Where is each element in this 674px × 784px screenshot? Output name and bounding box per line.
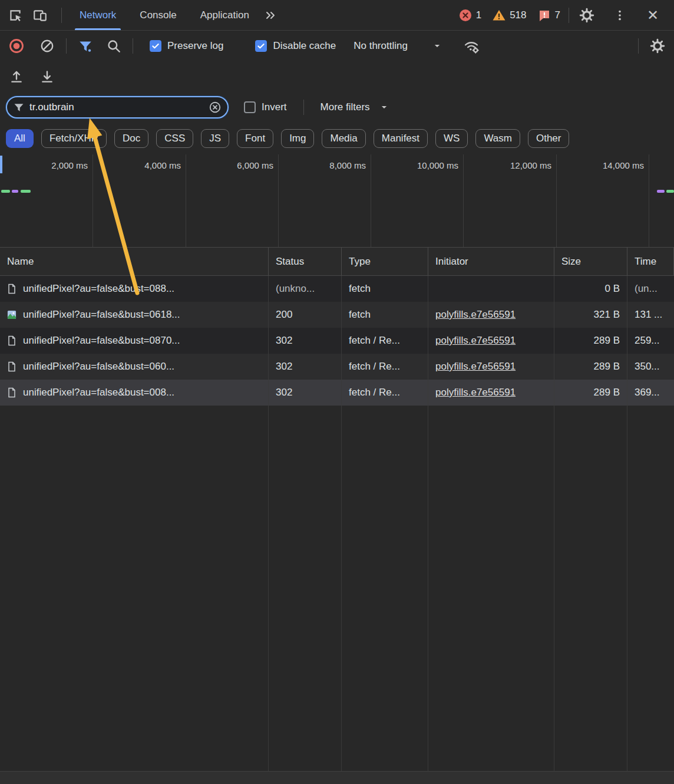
search-icon[interactable] [104, 37, 123, 55]
request-size: 321 B [554, 302, 627, 328]
chip-doc[interactable]: Doc [114, 129, 148, 148]
column-header-initiator[interactable]: Initiator [428, 248, 554, 275]
filter-toggle-icon[interactable] [76, 37, 95, 55]
divider [66, 38, 67, 54]
timeline-scroll-indicator [0, 156, 2, 173]
request-status: 200 [269, 302, 342, 328]
import-har-icon[interactable] [7, 67, 26, 86]
request-row[interactable]: unifiedPixel?au=false&bust=0618... 200 f… [0, 302, 674, 328]
column-header-type[interactable]: Type [342, 248, 428, 275]
request-type: fetch / Re... [342, 354, 428, 380]
document-icon [6, 387, 18, 398]
timeline-tick-label: 14,000 ms [603, 160, 649, 170]
chip-all[interactable]: All [6, 129, 34, 148]
chip-other[interactable]: Other [528, 129, 570, 148]
requests-table-header: Name Status Type Initiator Size Time [0, 248, 674, 276]
chip-fetch-xhr[interactable]: Fetch/XHR [41, 129, 107, 148]
inspect-icon[interactable] [6, 6, 25, 25]
request-initiator-link[interactable]: polyfills.e7e56591 [435, 309, 516, 321]
devtools-tabbar: Network Console Application 1 518 [0, 0, 674, 31]
settings-gear-icon[interactable] [577, 6, 596, 25]
issues-badge[interactable]: 7 [534, 8, 564, 22]
request-size: 0 B [554, 276, 627, 302]
request-type: fetch [342, 276, 428, 302]
record-network-log-button[interactable] [7, 37, 26, 55]
error-badge[interactable]: 1 [455, 8, 485, 22]
close-icon[interactable]: ✕ [643, 6, 662, 25]
document-icon [6, 283, 18, 295]
request-type: fetch [342, 302, 428, 328]
request-type: fetch / Re... [342, 380, 428, 406]
warning-icon [492, 8, 506, 22]
error-count: 1 [476, 9, 481, 21]
tab-network[interactable]: Network [68, 0, 128, 30]
throttling-value: No throttling [353, 40, 408, 52]
network-conditions-icon[interactable] [462, 37, 481, 55]
timeline-tick-label: 4,000 ms [144, 160, 186, 170]
request-name: unifiedPixel?au=false&bust=0618... [23, 309, 180, 321]
disable-cache-checkbox[interactable]: Disable cache [255, 40, 336, 52]
request-row[interactable]: unifiedPixel?au=false&bust=088... (unkno… [0, 276, 674, 302]
column-header-status[interactable]: Status [269, 248, 342, 275]
network-filter-input[interactable] [29, 101, 204, 113]
network-overview-timeline[interactable]: 2,000 ms 4,000 ms 6,000 ms 8,000 ms 10,0… [0, 154, 674, 248]
divider [638, 38, 639, 54]
request-time: 369... [627, 380, 674, 406]
column-header-time[interactable]: Time [627, 248, 674, 275]
chevron-down-icon [431, 40, 443, 52]
request-row[interactable]: unifiedPixel?au=false&bust=060... 302 fe… [0, 354, 674, 380]
request-status: 302 [269, 380, 342, 406]
tab-application[interactable]: Application [189, 0, 261, 30]
kebab-menu-icon[interactable] [610, 6, 629, 25]
export-har-icon[interactable] [38, 67, 57, 86]
request-time: 350... [627, 354, 674, 380]
tab-console[interactable]: Console [128, 0, 188, 30]
network-settings-gear-icon[interactable] [648, 37, 667, 55]
gridline [371, 154, 371, 247]
column-header-name[interactable]: Name [0, 248, 269, 275]
gridline [649, 154, 649, 247]
throttling-select[interactable]: No throttling [353, 40, 443, 52]
request-row[interactable]: unifiedPixel?au=false&bust=008... 302 fe… [0, 380, 674, 406]
request-initiator-link[interactable]: polyfills.e7e56591 [435, 335, 516, 347]
chip-media[interactable]: Media [322, 129, 365, 148]
chip-manifest[interactable]: Manifest [374, 129, 428, 148]
timeline-tick-label: 10,000 ms [417, 160, 463, 170]
image-icon [6, 309, 18, 321]
chip-wasm[interactable]: Wasm [475, 129, 520, 148]
clear-filter-icon[interactable] [209, 101, 222, 114]
invert-checkbox[interactable]: Invert [244, 101, 287, 113]
funnel-icon [13, 101, 25, 113]
chip-img[interactable]: Img [281, 129, 314, 148]
gridline [556, 154, 557, 247]
preserve-log-checkbox[interactable]: Preserve log [150, 40, 223, 52]
request-row[interactable]: unifiedPixel?au=false&bust=0870... 302 f… [0, 328, 674, 354]
request-tick [21, 190, 31, 193]
request-time: 131 ... [627, 302, 674, 328]
timeline-tick-label: 6,000 ms [237, 160, 278, 170]
request-size: 289 B [554, 380, 627, 406]
request-name: unifiedPixel?au=false&bust=088... [23, 283, 174, 295]
chip-font[interactable]: Font [237, 129, 273, 148]
divider [569, 8, 569, 23]
column-header-size[interactable]: Size [554, 248, 627, 275]
clear-network-log-button[interactable] [38, 37, 57, 55]
request-time: 259... [627, 328, 674, 354]
request-initiator-link[interactable]: polyfills.e7e56591 [435, 387, 516, 398]
more-filters-label: More filters [321, 101, 370, 113]
request-initiator-link[interactable]: polyfills.e7e56591 [435, 361, 516, 373]
device-toolbar-icon[interactable] [31, 6, 49, 25]
chip-ws[interactable]: WS [435, 129, 468, 148]
more-tabs-icon[interactable] [261, 6, 280, 25]
request-time: (un... [627, 276, 674, 302]
chip-css[interactable]: CSS [156, 129, 193, 148]
chip-js[interactable]: JS [201, 129, 229, 148]
warning-badge[interactable]: 518 [488, 8, 530, 22]
status-badges: 1 518 7 [455, 8, 564, 22]
gridline [186, 154, 186, 247]
checkbox-checked-icon [150, 40, 161, 52]
network-filter-input-container[interactable] [6, 96, 229, 118]
request-size: 289 B [554, 328, 627, 354]
more-filters-dropdown[interactable]: More filters [321, 101, 390, 113]
chevron-down-icon [378, 101, 390, 113]
